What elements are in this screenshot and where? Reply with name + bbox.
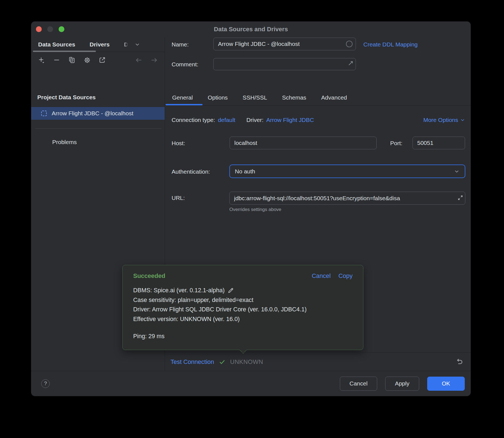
sidebar-tab-bar: Data Sources Drivers D	[31, 37, 165, 52]
more-options-label: More Options	[423, 117, 458, 123]
test-status: UNKNOWN	[230, 358, 263, 366]
more-options-link[interactable]: More Options	[423, 117, 465, 123]
close-window-button[interactable]	[36, 26, 42, 32]
test-connection-bar: Test Connection UNKNOWN	[165, 352, 471, 371]
popup-body: DBMS: Spice.ai (ver. 0.12.1-alpha) Case …	[133, 286, 355, 324]
arrow-left-icon	[135, 56, 143, 64]
popup-header: Succeeded Cancel Copy	[133, 272, 353, 280]
minimize-window-button[interactable]	[47, 26, 53, 32]
tab-advanced[interactable]: Advanced	[321, 94, 347, 101]
popup-effective-line: Effective version: UNKNOWN (ver. 16.0)	[133, 314, 355, 324]
comment-input[interactable]	[213, 58, 356, 70]
port-label: Port:	[390, 140, 402, 147]
comment-field-wrap	[213, 58, 356, 70]
help-button[interactable]: ?	[41, 379, 50, 388]
minus-icon	[53, 56, 60, 64]
tab-ddl-truncated[interactable]: D	[124, 41, 128, 48]
arrow-right-icon	[150, 56, 158, 64]
tabs-divider	[165, 105, 471, 106]
port-input[interactable]	[413, 137, 465, 149]
project-data-sources-header: Project Data Sources	[37, 94, 96, 101]
popup-status: Succeeded	[133, 272, 312, 280]
popup-driver-line: Driver: Arrow Flight SQL JDBC Driver Cor…	[133, 305, 355, 314]
authentication-select[interactable]: No auth	[229, 165, 465, 178]
name-label: Name:	[172, 41, 189, 48]
add-data-source-button[interactable]	[37, 56, 46, 64]
zoom-window-button[interactable]	[59, 26, 64, 32]
connection-type-row: Connection type: default Driver: Arrow F…	[172, 117, 314, 123]
tab-general[interactable]: General	[172, 94, 193, 101]
comment-label: Comment:	[172, 61, 198, 68]
driver-label: Driver:	[246, 117, 264, 123]
url-label: URL:	[172, 195, 185, 201]
expand-comment-icon[interactable]	[348, 60, 354, 66]
window-title: Data Sources and Drivers	[31, 22, 471, 37]
sidebar-toolbar	[31, 52, 165, 68]
plus-icon	[38, 56, 45, 64]
data-source-settings-button[interactable]	[83, 56, 91, 64]
popup-dbms-line: DBMS: Spice.ai (ver. 0.12.1-alpha)	[133, 286, 355, 295]
undo-icon	[455, 358, 463, 366]
tab-options[interactable]: Options	[208, 94, 228, 101]
popup-links: Cancel Copy	[312, 272, 353, 280]
popup-cancel-link[interactable]: Cancel	[312, 272, 330, 280]
driver-value-link[interactable]: Arrow Flight JDBC	[266, 117, 314, 123]
forward-button[interactable]	[150, 56, 158, 64]
chevron-down-icon	[454, 168, 460, 174]
tab-overflow-chevron-icon[interactable]	[134, 41, 140, 48]
host-input[interactable]	[230, 137, 377, 149]
progress-circle-icon	[346, 41, 353, 47]
duplicate-button[interactable]	[68, 56, 76, 64]
title-bar: Data Sources and Drivers	[31, 22, 471, 37]
name-field-wrap	[213, 38, 356, 50]
screen: Data Sources and Drivers Data Sources Dr…	[0, 0, 504, 438]
pencil-icon[interactable]	[227, 287, 234, 294]
cancel-button[interactable]: Cancel	[340, 377, 377, 391]
tab-data-sources[interactable]: Data Sources	[38, 41, 75, 48]
apply-button[interactable]: Apply	[385, 377, 419, 391]
popup-case-line: Case sensitivity: plain=upper, delimited…	[133, 295, 355, 305]
create-ddl-mapping-link[interactable]: Create DDL Mapping	[363, 41, 418, 48]
data-sources-dialog: Data Sources and Drivers Data Sources Dr…	[31, 21, 471, 396]
dialog-footer: ? Cancel Apply OK	[31, 371, 471, 396]
tab-drivers[interactable]: Drivers	[90, 41, 109, 48]
url-field-wrap	[229, 192, 465, 205]
copy-icon	[68, 56, 75, 64]
tab-ssh-ssl[interactable]: SSH/SSL	[243, 94, 267, 101]
data-source-item-selected[interactable]: Arrow Flight JDBC - @localhost	[31, 107, 165, 120]
popup-ping: Ping: 29 ms	[133, 333, 165, 340]
authentication-value: No auth	[235, 168, 454, 175]
sidebar-item-problems[interactable]: Problems	[52, 139, 77, 145]
test-connection-popup: Succeeded Cancel Copy DBMS: Spice.ai (ve…	[122, 265, 363, 350]
url-input[interactable]	[229, 192, 465, 205]
authentication-label: Authentication:	[172, 168, 210, 175]
back-button[interactable]	[135, 56, 143, 64]
revert-button[interactable]	[455, 358, 463, 366]
ok-button[interactable]: OK	[427, 377, 465, 391]
remove-data-source-button[interactable]	[53, 56, 61, 64]
tab-schemas[interactable]: Schemas	[282, 94, 306, 101]
connection-type-label: Connection type:	[172, 117, 215, 123]
sidebar-divider	[35, 128, 161, 129]
name-input[interactable]	[213, 38, 356, 50]
test-connection-link[interactable]: Test Connection	[170, 358, 214, 366]
database-icon	[41, 111, 47, 116]
host-label: Host:	[172, 140, 185, 147]
data-source-item-label: Arrow Flight JDBC - @localhost	[52, 110, 133, 117]
gear-icon	[83, 56, 91, 64]
chevron-down-icon	[460, 117, 465, 123]
export-icon	[99, 56, 106, 64]
checkmark-icon	[219, 358, 226, 366]
connection-type-value-link[interactable]: default	[218, 117, 235, 123]
popup-dbms-text: DBMS: Spice.ai (ver. 0.12.1-alpha)	[133, 286, 225, 295]
expand-url-icon[interactable]	[457, 194, 464, 201]
url-hint: Overrides settings above	[229, 207, 281, 212]
popup-copy-link[interactable]: Copy	[338, 272, 353, 280]
active-sidebar-tab-indicator	[33, 51, 96, 52]
open-in-editor-button[interactable]	[98, 56, 106, 64]
form-tab-bar: General Options SSH/SSL Schemas Advanced	[172, 90, 347, 105]
